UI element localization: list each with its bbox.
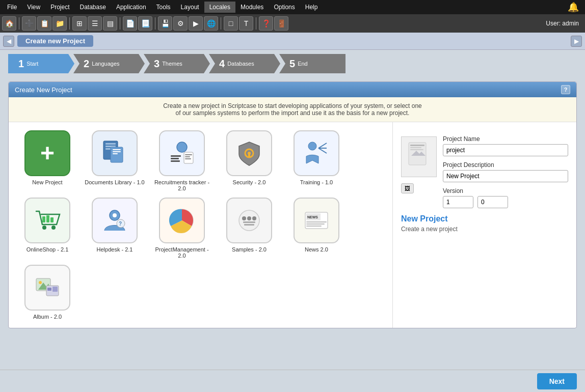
new-project-title: New Project <box>401 214 568 223</box>
svg-rect-27 <box>50 217 54 222</box>
project-recruitments[interactable]: Recruitments tracker - 2.0 <box>151 130 212 191</box>
version-minor-input[interactable] <box>477 196 508 208</box>
text-button[interactable]: T <box>239 16 253 31</box>
new-project-desc: Create a new project <box>401 226 568 233</box>
toolbar-sep-6 <box>256 17 256 30</box>
step-1[interactable]: 1 Start <box>8 54 74 73</box>
panel-help-button[interactable]: ? <box>561 85 570 94</box>
projects-grid: + New Project Documents Library - 1.0 <box>9 122 393 328</box>
project-documents[interactable]: Documents Library - 1.0 <box>84 130 145 191</box>
svg-rect-12 <box>184 152 193 163</box>
project-documents-icon <box>92 130 138 176</box>
svg-point-35 <box>247 216 251 220</box>
project-onlineshop-label: OnlineShop - 2.1 <box>26 246 69 253</box>
svg-rect-44 <box>306 226 322 227</box>
folder-button[interactable]: 📁 <box>52 16 67 31</box>
svg-rect-38 <box>244 224 254 226</box>
project-onlineshop-icon <box>24 198 70 243</box>
project-training-label: Training - 1.0 <box>300 179 333 185</box>
panel-title: Create New Project <box>15 86 72 94</box>
menu-options[interactable]: Options <box>269 2 300 13</box>
table-button[interactable]: ▤ <box>103 16 117 31</box>
project-new-label: New Project <box>32 179 62 185</box>
exit-button[interactable]: 🚪 <box>274 16 288 31</box>
step-5-num: 5 <box>289 58 295 70</box>
svg-rect-42 <box>306 221 327 222</box>
menubar: File View Project Database Application T… <box>0 0 585 14</box>
project-news[interactable]: NEWS News 2.0 <box>286 198 347 259</box>
svg-rect-11 <box>171 160 180 162</box>
list-button[interactable]: ☰ <box>88 16 102 31</box>
copy-button[interactable]: 📋 <box>37 16 51 31</box>
version-major-input[interactable] <box>443 196 473 208</box>
step-3[interactable]: 3 Themes <box>144 54 210 73</box>
menu-layout[interactable]: Layout <box>176 2 204 13</box>
project-helpdesk[interactable]: ? Helpdesk - 2.1 <box>84 198 145 259</box>
square-button[interactable]: □ <box>224 16 238 31</box>
project-training-icon <box>294 130 339 176</box>
breadcrumb-back-button[interactable]: ◀ <box>3 36 14 47</box>
footer: Next <box>0 370 585 392</box>
project-projectmgmt[interactable]: ProjectManagement - 2.0 <box>151 198 212 259</box>
menu-file[interactable]: File <box>2 2 22 13</box>
svg-point-24 <box>51 226 56 230</box>
project-album[interactable]: Album - 2.0 <box>17 265 78 320</box>
svg-rect-6 <box>113 151 121 152</box>
toolbar-sep-1 <box>19 17 19 30</box>
next-button[interactable]: Next <box>537 373 577 389</box>
menu-tools[interactable]: Tools <box>151 2 176 13</box>
menu-view[interactable]: View <box>22 2 45 13</box>
project-helpdesk-icon: ? <box>92 198 138 243</box>
user-label: User: admin <box>546 20 579 27</box>
project-new[interactable]: + New Project <box>17 130 78 191</box>
project-security-icon <box>226 130 272 176</box>
main-panel: Create New Project ? Create a new projec… <box>8 81 577 328</box>
grid-button[interactable]: ⊞ <box>72 16 87 31</box>
menu-modules[interactable]: Modules <box>235 2 269 13</box>
project-recruitments-label: Recruitments tracker - 2.0 <box>151 179 212 191</box>
breadcrumb-forward-button[interactable]: ▶ <box>571 36 582 47</box>
project-onlineshop[interactable]: OnlineShop - 2.1 <box>17 198 78 259</box>
menu-database[interactable]: Database <box>75 2 111 13</box>
project-samples[interactable]: Samples - 2.0 <box>219 198 280 259</box>
step-4[interactable]: 4 Databases <box>209 54 280 73</box>
svg-point-8 <box>177 142 187 152</box>
step-5[interactable]: 5 End <box>279 54 345 73</box>
project-desc-input[interactable] <box>443 170 568 182</box>
projects-area: + New Project Documents Library - 1.0 <box>9 122 576 328</box>
settings-button[interactable]: ⚙ <box>173 16 188 31</box>
svg-rect-50 <box>52 287 58 292</box>
step-2-num: 2 <box>84 58 89 70</box>
bell-icon: 🔔 <box>568 2 579 13</box>
step-5-label: End <box>298 61 308 67</box>
doc-button[interactable]: 📄 <box>123 16 137 31</box>
add-button[interactable]: ➕ <box>22 16 36 31</box>
home-button[interactable]: 🏠 <box>2 16 16 31</box>
menu-application[interactable]: Application <box>111 2 151 13</box>
svg-rect-54 <box>410 149 423 150</box>
step-3-num: 3 <box>154 58 159 70</box>
panel-desc-line2: of our samples systems to perform the im… <box>17 109 568 117</box>
panel-header: Create New Project ? <box>9 82 576 97</box>
svg-rect-26 <box>46 215 49 222</box>
panel-description: Create a new project in Scriptcase to st… <box>9 97 576 122</box>
save-button[interactable]: 💾 <box>158 16 172 31</box>
step-2[interactable]: 2 Languages <box>73 54 145 73</box>
project-helpdesk-label: Helpdesk - 2.1 <box>97 246 133 253</box>
step-3-label: Themes <box>162 61 182 67</box>
menu-locales[interactable]: Locales <box>204 2 235 13</box>
project-album-icon <box>24 265 70 311</box>
project-security[interactable]: Security - 2.0 <box>219 130 280 191</box>
project-samples-label: Samples - 2.0 <box>232 246 267 253</box>
toolbar-sep-3 <box>120 17 120 30</box>
play-button[interactable]: ▶ <box>189 16 203 31</box>
globe-button[interactable]: 🌐 <box>204 16 218 31</box>
project-training[interactable]: Training - 1.0 <box>286 130 347 191</box>
version-row <box>443 196 568 208</box>
doc2-button[interactable]: 📃 <box>138 16 152 31</box>
project-name-input[interactable] <box>443 144 568 156</box>
menu-project[interactable]: Project <box>45 2 74 13</box>
menu-help[interactable]: Help <box>300 2 323 13</box>
change-image-button[interactable]: 🖼 <box>401 183 414 193</box>
help-button[interactable]: ❓ <box>259 16 273 31</box>
